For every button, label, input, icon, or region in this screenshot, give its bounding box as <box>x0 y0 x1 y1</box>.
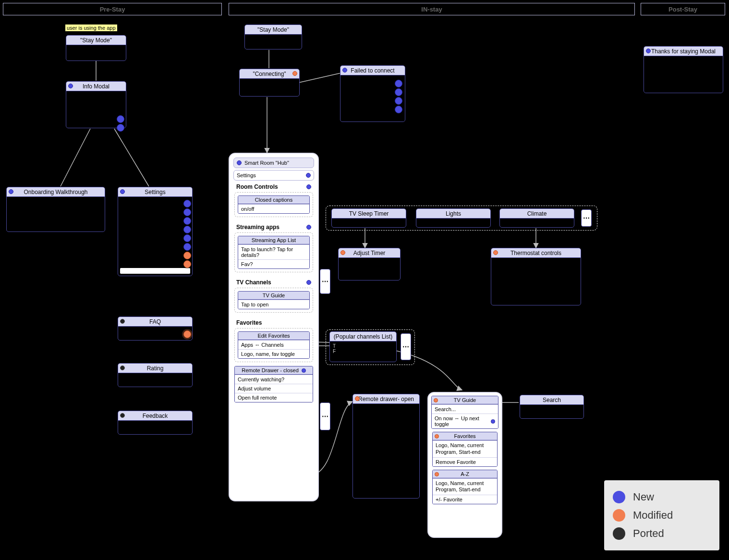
card-remote-open[interactable]: Remote drawer- open <box>352 394 420 499</box>
faq-dots <box>183 330 191 338</box>
hub-group-room-controls: Closed captions on/off <box>234 192 313 217</box>
cc-value: on/off <box>238 204 309 213</box>
card-lights[interactable]: Lights <box>416 208 491 228</box>
card-tv-sleep[interactable]: TV Sleep Timer <box>331 208 406 228</box>
popular-title: (Popular channels List) <box>334 333 393 340</box>
adjust-timer-title: Adjust Timer <box>353 250 386 256</box>
failed-title: Failed to connect <box>351 67 394 74</box>
status-dot-mod <box>435 434 439 438</box>
status-dot-new <box>306 280 311 285</box>
phase-in-stay: IN-stay <box>229 3 635 15</box>
status-dot-mod <box>493 250 498 255</box>
tv-guide-favorites[interactable]: Favorites Logo, Name, current Program, S… <box>432 432 498 467</box>
legend-row-new: New <box>613 488 711 506</box>
card-thanks-modal[interactable]: Thanks for staying Modal <box>644 46 723 93</box>
phase-post-label: Post-Stay <box>668 6 697 13</box>
status-dot-new <box>68 84 73 88</box>
hub-group-favorites: Edit Favorites Apps ↔ Channels Logo, nam… <box>234 328 313 362</box>
card-popular-channels[interactable]: (Popular channels List) T F <box>329 331 397 362</box>
info-modal-dots <box>117 115 124 132</box>
faq-title: FAQ <box>149 318 161 325</box>
card-feedback[interactable]: Feedback <box>118 411 193 435</box>
status-dot-mod <box>292 71 297 76</box>
failed-dots <box>395 80 402 113</box>
status-dot-new <box>9 189 13 194</box>
status-dot-new <box>306 184 311 189</box>
onboarding-title: Onboarding Walkthrough <box>24 189 88 195</box>
ellipsis-room-controls[interactable]: ⋯ <box>581 209 592 227</box>
legend-dot-modified <box>613 509 625 522</box>
hub-title-row: Smart Room "Hub" <box>233 158 314 168</box>
status-dot-port <box>120 413 125 418</box>
ellipsis-streaming[interactable]: ⋯ <box>320 269 330 294</box>
hub-settings-label: Settings <box>237 172 256 178</box>
info-modal-title: Info Modal <box>83 83 109 90</box>
hub-phone-frame[interactable]: Smart Room "Hub" Settings Room Controls … <box>229 153 319 501</box>
hub-section-tv-channels: TV Channels <box>233 276 314 287</box>
svg-line-1 <box>61 129 90 186</box>
status-dot-new <box>342 68 347 73</box>
phase-in-label: IN-stay <box>421 6 442 13</box>
ellipsis-favorites[interactable]: ⋯ <box>320 402 330 430</box>
card-stay-mode-in[interactable]: "Stay Mode" <box>244 24 302 49</box>
tv-guide-search-row[interactable]: Search... <box>432 404 498 414</box>
hub-settings-row[interactable]: Settings <box>233 170 314 181</box>
svg-line-4 <box>299 73 341 83</box>
tv-guide-panel-frame[interactable]: TV Guide Search... On now ↔ Up next togg… <box>427 392 502 538</box>
hub-section-room-controls: Room Controls <box>233 181 314 191</box>
connecting-title: "Connecting" <box>253 71 286 77</box>
status-dot-new <box>306 173 311 178</box>
hub-section-favorites: Favorites <box>233 317 314 327</box>
card-settings[interactable]: Settings <box>118 187 193 276</box>
ellipsis-popular[interactable]: ⋯ <box>401 333 411 360</box>
status-dot-mod <box>435 472 439 476</box>
status-dot-new <box>646 49 651 53</box>
climate-title: Climate <box>527 210 547 217</box>
phase-pre-label: Pre-Stay <box>100 6 125 13</box>
card-connecting[interactable]: "Connecting" <box>239 69 300 97</box>
tv-guide-toggle-row[interactable]: On now ↔ Up next toggle <box>432 414 498 428</box>
hub-group-tv-channels: TV Guide Tap to open <box>234 288 313 313</box>
status-dot-new <box>120 189 125 194</box>
settings-title: Settings <box>145 189 165 195</box>
legend-dot-new <box>613 491 625 503</box>
legend-row-ported: Ported <box>613 524 711 543</box>
svg-line-2 <box>114 129 149 186</box>
status-dot-port <box>120 319 125 324</box>
status-dot-new <box>237 160 242 165</box>
card-climate[interactable]: Climate <box>499 208 574 228</box>
tv-guide-az[interactable]: A-Z Logo, Name, current Program, Start-e… <box>432 470 498 505</box>
lights-title: Lights <box>446 210 461 217</box>
stay-mode-pre-title: "Stay Mode" <box>80 37 112 44</box>
card-rating[interactable]: Rating <box>118 363 193 387</box>
mini-remote-closed[interactable]: Remote Drawer - closed Currently watchin… <box>234 366 313 402</box>
card-stay-mode-pre[interactable]: "Stay Mode" <box>66 35 126 61</box>
card-thermostat[interactable]: Thermostat controls <box>491 248 581 305</box>
card-onboarding[interactable]: Onboarding Walkthrough <box>6 187 105 232</box>
status-dot-new <box>491 419 495 424</box>
phase-pre-stay: Pre-Stay <box>3 3 222 15</box>
mini-closed-captions[interactable]: Closed captions on/off <box>238 195 310 214</box>
status-dot-mod <box>355 396 360 401</box>
thermostat-title: Thermostat controls <box>510 250 561 256</box>
hub-group-streaming: Streaming App List Tap to launch? Tap fo… <box>234 232 313 272</box>
feedback-title: Feedback <box>143 413 168 419</box>
legend: New Modified Ported <box>604 480 719 550</box>
tv-sleep-title: TV Sleep Timer <box>349 210 389 217</box>
thanks-title: Thanks for staying Modal <box>651 48 716 55</box>
card-faq[interactable]: FAQ <box>118 317 193 341</box>
status-dot-mod <box>340 250 345 255</box>
card-search[interactable]: Search <box>520 395 584 419</box>
status-dot-new <box>306 225 311 230</box>
status-dot-port <box>120 365 125 370</box>
mini-tv-guide[interactable]: TV Guide Tap to open <box>238 291 310 309</box>
mini-edit-favorites[interactable]: Edit Favorites Apps ↔ Channels Logo, nam… <box>238 331 310 359</box>
remote-open-title: Remote drawer- open <box>358 396 414 402</box>
mini-streaming-list[interactable]: Streaming App List Tap to launch? Tap fo… <box>238 236 310 269</box>
hub-title: Smart Room "Hub" <box>244 160 289 166</box>
card-adjust-timer[interactable]: Adjust Timer <box>338 248 401 280</box>
search-title: Search <box>543 397 561 403</box>
tv-guide-panel-header[interactable]: TV Guide Search... On now ↔ Up next togg… <box>431 396 498 429</box>
legend-row-modified: Modified <box>613 506 711 524</box>
status-dot-new <box>302 368 306 373</box>
